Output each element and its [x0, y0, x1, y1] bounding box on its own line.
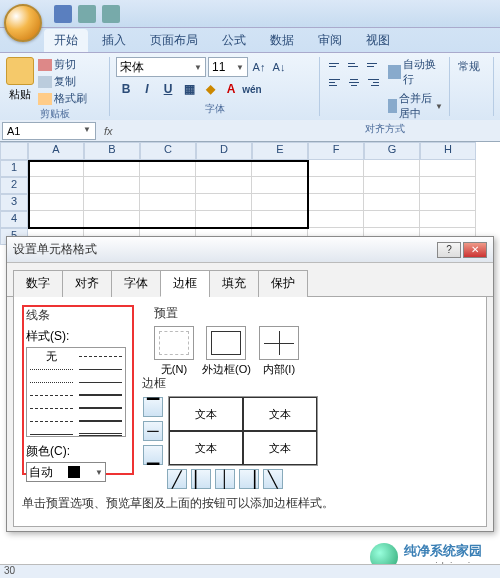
cut-button[interactable]: 剪切 — [38, 57, 87, 72]
border-left-button[interactable]: ▏ — [191, 469, 211, 489]
save-icon[interactable] — [54, 5, 72, 23]
col-header[interactable]: B — [84, 142, 140, 160]
border-top-button[interactable]: ▔ — [143, 397, 163, 417]
tab-alignment[interactable]: 对齐 — [62, 270, 112, 297]
align-right-button[interactable] — [364, 74, 382, 90]
col-header[interactable]: A — [28, 142, 84, 160]
align-left-button[interactable] — [326, 74, 344, 90]
preset-inside-button[interactable]: 内部(I) — [259, 326, 299, 377]
border-bottom-button[interactable]: ▁ — [143, 445, 163, 465]
line-style-option[interactable] — [30, 421, 73, 422]
align-center-button[interactable] — [345, 74, 363, 90]
border-button[interactable]: ▦ — [179, 79, 199, 99]
tab-home[interactable]: 开始 — [44, 29, 88, 52]
line-style-option[interactable] — [79, 394, 122, 396]
office-button[interactable] — [4, 4, 42, 42]
line-style-option[interactable] — [30, 395, 73, 396]
line-style-option[interactable] — [30, 369, 73, 370]
number-format-combo[interactable]: 常规 — [456, 57, 500, 76]
phonetic-button[interactable]: wén — [242, 79, 262, 99]
wrap-text-button[interactable]: 自动换行 — [388, 57, 443, 87]
italic-button[interactable]: I — [137, 79, 157, 99]
tab-formulas[interactable]: 公式 — [212, 29, 256, 52]
line-color-combo[interactable]: 自动 ▼ — [26, 462, 106, 482]
select-all-corner[interactable] — [0, 142, 28, 160]
row-header[interactable]: 4 — [0, 211, 28, 228]
tab-protection[interactable]: 保护 — [258, 270, 308, 297]
help-button[interactable]: ? — [437, 242, 461, 258]
line-style-none[interactable]: 无 — [30, 349, 73, 364]
col-header[interactable]: D — [196, 142, 252, 160]
format-painter-button[interactable]: 格式刷 — [38, 91, 87, 106]
shrink-font-button[interactable]: A↓ — [270, 57, 288, 77]
line-style-option[interactable] — [79, 369, 122, 370]
fill-color-button[interactable]: ◆ — [200, 79, 220, 99]
name-box[interactable]: A1▼ — [2, 122, 96, 140]
fx-icon[interactable]: fx — [98, 125, 119, 137]
align-middle-button[interactable] — [345, 57, 363, 73]
col-header[interactable]: F — [308, 142, 364, 160]
row-header[interactable]: 1 — [0, 160, 28, 177]
font-color-button[interactable]: A — [221, 79, 241, 99]
line-style-option[interactable] — [79, 433, 122, 436]
col-header[interactable]: H — [420, 142, 476, 160]
status-bar: 30 — [0, 564, 500, 578]
tab-number[interactable]: 数字 — [13, 270, 63, 297]
paste-button[interactable]: 粘贴 — [6, 57, 34, 106]
tab-data[interactable]: 数据 — [260, 29, 304, 52]
line-style-option[interactable] — [30, 382, 73, 383]
line-style-option[interactable] — [30, 408, 73, 409]
merge-icon — [388, 99, 397, 113]
font-group-label: 字体 — [116, 101, 313, 116]
grow-font-button[interactable]: A↑ — [250, 57, 268, 77]
chevron-down-icon: ▼ — [95, 468, 103, 477]
brush-icon — [38, 93, 52, 105]
dialog-title: 设置单元格格式 — [13, 241, 97, 258]
merge-center-button[interactable]: 合并后居中▼ — [388, 91, 443, 121]
quick-access-toolbar — [0, 0, 500, 28]
line-style-list[interactable]: 无 — [26, 347, 126, 437]
hint-text: 单击预置选项、预览草图及上面的按钮可以添加边框样式。 — [22, 495, 334, 512]
dialog-titlebar[interactable]: 设置单元格格式 ? ✕ — [7, 237, 493, 263]
row-header[interactable]: 3 — [0, 194, 28, 211]
chevron-down-icon: ▼ — [236, 63, 244, 72]
tab-view[interactable]: 视图 — [356, 29, 400, 52]
tab-page-layout[interactable]: 页面布局 — [140, 29, 208, 52]
align-bottom-button[interactable] — [364, 57, 382, 73]
line-style-option[interactable] — [79, 407, 122, 409]
paste-label: 粘贴 — [9, 87, 31, 102]
close-button[interactable]: ✕ — [463, 242, 487, 258]
border-horizontal-button[interactable]: ─ — [143, 421, 163, 441]
underline-button[interactable]: U — [158, 79, 178, 99]
preset-none-button[interactable]: 无(N) — [154, 326, 194, 377]
tab-insert[interactable]: 插入 — [92, 29, 136, 52]
preview-cell: 文本 — [243, 397, 317, 431]
undo-icon[interactable] — [78, 5, 96, 23]
border-vertical-button[interactable]: │ — [215, 469, 235, 489]
font-name-combo[interactable]: 宋体▼ — [116, 57, 206, 77]
font-size-combo[interactable]: 11▼ — [208, 57, 248, 77]
col-header[interactable]: E — [252, 142, 308, 160]
line-style-option[interactable] — [79, 420, 122, 422]
style-label: 样式(S): — [26, 328, 130, 345]
col-header[interactable]: C — [140, 142, 196, 160]
line-style-option[interactable] — [79, 356, 122, 357]
border-diag-down-button[interactable]: ╲ — [263, 469, 283, 489]
align-top-button[interactable] — [326, 57, 344, 73]
worksheet-grid[interactable]: A B C D E F G H 1 2 3 4 5 — [0, 142, 500, 245]
border-preview[interactable]: 文本 文本 文本 文本 — [168, 396, 318, 466]
preset-outline-button[interactable]: 外边框(O) — [202, 326, 251, 377]
col-header[interactable]: G — [364, 142, 420, 160]
tab-review[interactable]: 审阅 — [308, 29, 352, 52]
tab-border[interactable]: 边框 — [160, 270, 210, 297]
tab-font[interactable]: 字体 — [111, 270, 161, 297]
line-style-option[interactable] — [79, 382, 122, 383]
border-diag-up-button[interactable]: ╱ — [167, 469, 187, 489]
line-style-option[interactable] — [30, 434, 73, 435]
border-right-button[interactable]: ▕ — [239, 469, 259, 489]
redo-icon[interactable] — [102, 5, 120, 23]
row-header[interactable]: 2 — [0, 177, 28, 194]
tab-fill[interactable]: 填充 — [209, 270, 259, 297]
bold-button[interactable]: B — [116, 79, 136, 99]
copy-button[interactable]: 复制 — [38, 74, 87, 89]
